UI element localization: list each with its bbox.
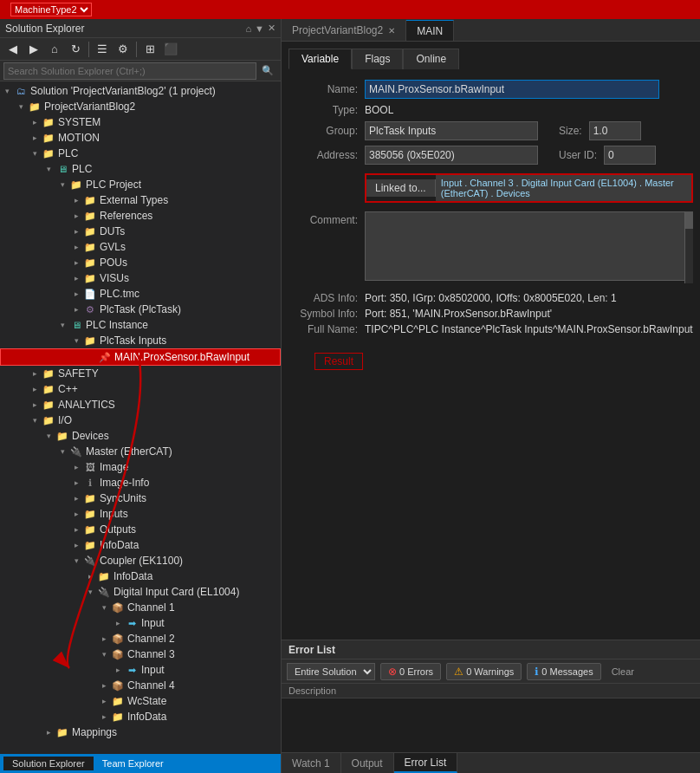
se-home-button[interactable]: ⌂: [45, 40, 64, 59]
tree-item-plc[interactable]: ▾📁PLC: [0, 146, 281, 161]
tree-item-inputs[interactable]: ▸📁Inputs: [0, 506, 281, 522]
expand-icon-master[interactable]: ▾: [55, 447, 69, 456]
expand-icon-motion[interactable]: ▸: [28, 133, 42, 142]
expand-icon-imageinfo[interactable]: ▸: [69, 478, 83, 487]
expand-icon-inputs[interactable]: ▸: [69, 510, 83, 518]
tree-item-infodata[interactable]: ▸📁InfoData: [0, 537, 281, 553]
messages-badge[interactable]: ℹ 0 Messages: [527, 663, 600, 680]
var-tab-online[interactable]: Online: [403, 49, 459, 69]
name-input[interactable]: [365, 80, 659, 99]
expand-icon-plcinstance[interactable]: ▾: [55, 321, 69, 329]
expand-icon-syncunits[interactable]: ▸: [69, 494, 83, 503]
tree-item-devices[interactable]: ▾📁Devices: [0, 428, 281, 444]
userid-input[interactable]: [604, 146, 656, 165]
expand-icon-mappings[interactable]: ▸: [42, 728, 55, 737]
tree-item-references[interactable]: ▸📁References: [0, 208, 281, 224]
tree-item-couplerinfodata[interactable]: ▸📁InfoData: [0, 568, 281, 584]
tree-item-safety[interactable]: ▸📁SAFETY: [0, 366, 281, 381]
tree-item-plc2[interactable]: ▾🖥PLC: [0, 161, 281, 177]
error-scope-dropdown[interactable]: Entire Solution: [287, 663, 375, 680]
expand-icon-plctask[interactable]: ▸: [69, 305, 83, 314]
expand-icon-ch1input[interactable]: ▸: [111, 619, 125, 627]
se-forward-button[interactable]: ▶: [24, 40, 43, 59]
address-input[interactable]: [365, 146, 538, 165]
expand-icon-safety[interactable]: ▸: [28, 369, 42, 378]
tree-item-dicard[interactable]: ▾🔌Digital Input Card (EL1004): [0, 584, 281, 600]
se-back-button[interactable]: ◀: [3, 40, 23, 59]
expand-icon-coupler[interactable]: ▾: [69, 556, 83, 565]
clear-button[interactable]: Clear: [606, 665, 639, 679]
tree-item-plcproject[interactable]: ▾📁PLC Project: [0, 177, 281, 192]
linked-to-button[interactable]: Linked to...: [366, 179, 436, 197]
expand-icon-couplerinfodata[interactable]: ▸: [83, 572, 97, 581]
tree-item-ch3input[interactable]: ▸➡Input: [0, 662, 281, 678]
tree-item-io[interactable]: ▾📁I/O: [0, 412, 281, 428]
se-tab-solution-explorer[interactable]: Solution Explorer: [3, 757, 94, 770]
expand-icon-io[interactable]: ▾: [28, 416, 42, 425]
expand-icon-infodata[interactable]: ▸: [69, 541, 83, 549]
tree-item-plctmc[interactable]: ▸📄PLC.tmc: [0, 286, 281, 302]
expand-icon-plc2[interactable]: ▾: [42, 165, 55, 173]
size-input[interactable]: [589, 121, 641, 140]
expand-icon-ch3input[interactable]: ▸: [111, 666, 125, 674]
tree-item-ch1input[interactable]: ▸➡Input: [0, 615, 281, 631]
expand-icon-solution[interactable]: ▾: [0, 87, 14, 95]
bottom-tab-output[interactable]: Output: [341, 753, 394, 773]
tree-item-ch2[interactable]: ▸📦Channel 2: [0, 631, 281, 646]
tree-item-motion[interactable]: ▸📁MOTION: [0, 130, 281, 146]
bottom-tab-errorlist[interactable]: Error List: [394, 753, 458, 773]
expand-icon-dicard[interactable]: ▾: [83, 588, 97, 596]
expand-icon-ch2[interactable]: ▸: [97, 634, 111, 643]
tree-item-projectvariantblog2[interactable]: ▾📁ProjectVariantBlog2: [0, 99, 281, 114]
tree-item-analytics[interactable]: ▸📁ANALYTICS: [0, 397, 281, 412]
expand-icon-externaltypes[interactable]: ▸: [69, 196, 83, 205]
expand-icon-gvls[interactable]: ▸: [69, 243, 83, 251]
tree-item-solution[interactable]: ▾🗂Solution 'ProjectVariantBlog2' (1 proj…: [0, 83, 281, 99]
var-tab-variable[interactable]: Variable: [288, 49, 352, 69]
expand-icon-wcstate[interactable]: ▸: [97, 697, 111, 705]
tree-item-gvls[interactable]: ▸📁GVLs: [0, 239, 281, 255]
expand-icon-visus[interactable]: ▸: [69, 274, 83, 283]
var-tab-flags[interactable]: Flags: [352, 49, 403, 69]
expand-icon-ch3[interactable]: ▾: [97, 650, 111, 659]
expand-icon-plctmc[interactable]: ▸: [69, 289, 83, 298]
tree-item-mappings[interactable]: ▸📁Mappings: [0, 724, 281, 740]
se-menu-button[interactable]: ▼: [255, 23, 264, 34]
se-close-button[interactable]: ✕: [268, 23, 275, 34]
expand-icon-references[interactable]: ▸: [69, 211, 83, 220]
expand-icon-outputs[interactable]: ▸: [69, 525, 83, 534]
se-settings-button[interactable]: ⚙: [113, 40, 133, 59]
tree-item-externaltypes[interactable]: ▸📁External Types: [0, 192, 281, 208]
tree-item-system[interactable]: ▸📁SYSTEM: [0, 114, 281, 130]
expand-icon-duts[interactable]: ▸: [69, 227, 83, 236]
tree-item-visus[interactable]: ▸📁VISUs: [0, 270, 281, 286]
se-view-button[interactable]: ⊞: [140, 40, 159, 59]
bottom-tab-watch1[interactable]: Watch 1: [282, 753, 341, 773]
expand-icon-plc[interactable]: ▾: [28, 149, 42, 158]
search-button[interactable]: 🔍: [258, 62, 277, 81]
tree-item-plctaskinputs[interactable]: ▾📁PlcTask Inputs: [0, 333, 281, 348]
comment-textarea[interactable]: [365, 211, 693, 281]
errors-badge[interactable]: ⊗ 0 Errors: [380, 663, 441, 680]
expand-icon-projectvariantblog2[interactable]: ▾: [14, 102, 28, 111]
se-filter-button[interactable]: ☰: [93, 40, 112, 59]
tree-item-plcinstance[interactable]: ▾🖥PLC Instance: [0, 317, 281, 333]
tree-item-ch1[interactable]: ▾📦Channel 1: [0, 600, 281, 615]
tree-item-cpp[interactable]: ▸📁C++: [0, 381, 281, 397]
expand-icon-plctaskinputs[interactable]: ▾: [69, 336, 83, 345]
se-tab-team-explorer[interactable]: Team Explorer: [94, 757, 172, 770]
expand-icon-analytics[interactable]: ▸: [28, 400, 42, 409]
tree-item-image[interactable]: ▸🖼Image: [0, 459, 281, 475]
warnings-badge[interactable]: ⚠ 0 Warnings: [446, 663, 522, 680]
expand-icon-image[interactable]: ▸: [69, 463, 83, 471]
se-refresh-button[interactable]: ↻: [66, 40, 85, 59]
expand-icon-devices[interactable]: ▾: [42, 432, 55, 440]
expand-icon-pous[interactable]: ▸: [69, 258, 83, 267]
tree-item-imageinfo[interactable]: ▸ℹImage-Info: [0, 475, 281, 490]
machine-type-dropdown[interactable]: MachineType2: [10, 3, 92, 16]
tab-projectvariant[interactable]: ProjectVariantBlog2 ✕: [282, 20, 406, 41]
tree-item-pous[interactable]: ▸📁POUs: [0, 255, 281, 270]
expand-icon-cpp[interactable]: ▸: [28, 385, 42, 393]
search-input[interactable]: [3, 62, 256, 80]
expand-icon-system[interactable]: ▸: [28, 118, 42, 127]
